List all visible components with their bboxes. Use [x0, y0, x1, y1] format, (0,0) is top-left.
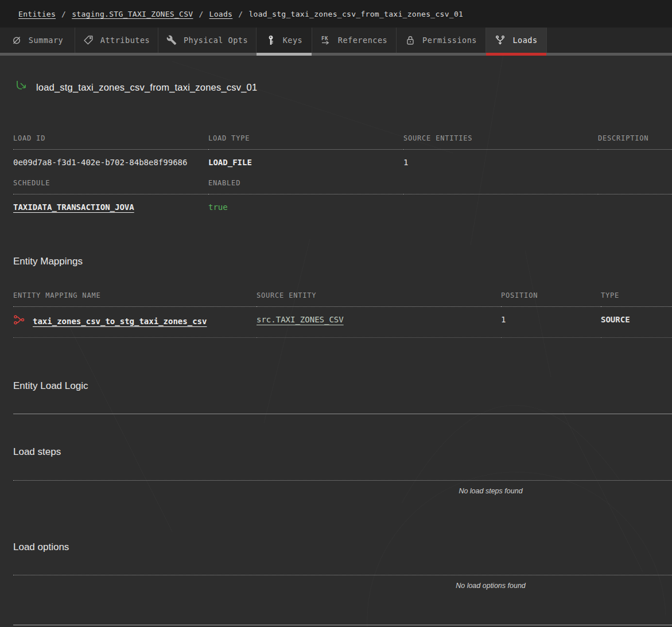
- column-header-load-id: LOAD ID: [13, 134, 208, 150]
- tab-loads[interactable]: Loads: [486, 28, 547, 53]
- source-entity-link[interactable]: src.TAXI_ZONES_CSV: [257, 315, 344, 324]
- tab-label: Attributes: [100, 36, 150, 45]
- tab-references[interactable]: FK References: [312, 28, 397, 53]
- divider: [13, 625, 672, 625]
- tab-permissions[interactable]: Permissions: [397, 28, 486, 53]
- empty-cell: [403, 194, 598, 212]
- column-header-type: TYPE: [601, 291, 672, 307]
- breadcrumb-separator: /: [238, 10, 243, 18]
- column-header-source-entities: SOURCE ENTITIES: [403, 134, 598, 150]
- tab-physical-opts[interactable]: Physical Opts: [158, 28, 257, 53]
- load-arrow-icon: [13, 79, 29, 96]
- load-options-empty-message: No load options found: [310, 582, 671, 591]
- attributes-icon: [83, 35, 94, 45]
- section-title-load-steps: Load steps: [13, 446, 672, 458]
- svg-text:FK: FK: [321, 36, 328, 41]
- table-row-mapping-name: taxi_zones_csv_to_stg_taxi_zones_csv: [13, 307, 257, 338]
- schedule-info-table: SCHEDULE ENABLED TAXIDATA_TRANSACTION_JO…: [13, 179, 672, 212]
- schedule-link[interactable]: TAXIDATA_TRANSACTION_JOVA: [13, 202, 134, 212]
- breadcrumb-link-entity[interactable]: staging.STG_TAXI_ZONES_CSV: [72, 10, 193, 18]
- section-title-entity-mappings: Entity Mappings: [13, 256, 672, 267]
- description-value: [598, 150, 672, 168]
- tab-label: Permissions: [422, 36, 477, 45]
- section-title-entity-load-logic: Entity Load Logic: [13, 380, 672, 392]
- divider: [13, 575, 672, 575]
- load-steps-empty-message: No load steps found: [310, 487, 671, 496]
- column-header-entity-mapping-name: ENTITY MAPPING NAME: [13, 291, 257, 307]
- keys-icon: [266, 35, 276, 45]
- load-id-value: 0e09d7a8-f3d1-402e-b702-84b8e8f99686: [13, 150, 208, 168]
- entity-mapping-name-link[interactable]: taxi_zones_csv_to_stg_taxi_zones_csv: [33, 316, 207, 326]
- tab-label: Keys: [283, 36, 303, 45]
- enabled-value: true: [208, 194, 403, 212]
- tab-attributes[interactable]: Attributes: [75, 28, 158, 53]
- tab-label: References: [338, 36, 387, 45]
- breadcrumb: Entities / staging.STG_TAXI_ZONES_CSV / …: [0, 0, 672, 28]
- column-header-load-type: LOAD TYPE: [208, 134, 403, 150]
- empty-cell: [598, 194, 672, 212]
- column-header-empty: [598, 179, 672, 194]
- column-header-position: POSITION: [501, 291, 601, 307]
- references-icon: FK: [321, 35, 331, 45]
- breadcrumb-link-entities[interactable]: Entities: [18, 10, 56, 18]
- breadcrumb-separator: /: [199, 10, 203, 18]
- permissions-icon: [405, 35, 415, 45]
- table-row-type: SOURCE: [601, 307, 672, 338]
- tab-summary[interactable]: Summary: [0, 28, 75, 53]
- entity-mappings-table: ENTITY MAPPING NAME SOURCE ENTITY POSITI…: [13, 291, 672, 338]
- load-info-table: LOAD ID LOAD TYPE SOURCE ENTITIES DESCRI…: [13, 134, 672, 168]
- table-row-position: 1: [501, 307, 601, 338]
- tab-keys[interactable]: Keys: [257, 28, 312, 53]
- physical-opts-icon: [166, 35, 177, 45]
- breadcrumb-link-loads[interactable]: Loads: [209, 10, 233, 18]
- entity-mapping-icon: [13, 314, 25, 328]
- column-header-description: DESCRIPTION: [598, 134, 672, 150]
- load-type-value: LOAD_FILE: [208, 150, 403, 168]
- tab-label: Loads: [512, 36, 537, 45]
- source-entities-value: 1: [403, 150, 598, 168]
- column-header-schedule: SCHEDULE: [13, 179, 208, 194]
- column-header-empty: [403, 179, 598, 194]
- tab-scrollbar-track[interactable]: [0, 53, 672, 56]
- tab-label: Summary: [29, 36, 63, 45]
- column-header-source-entity: SOURCE ENTITY: [257, 291, 501, 307]
- divider: [13, 480, 672, 481]
- column-header-enabled: ENABLED: [208, 179, 403, 194]
- load-detail-panel: load_stg_taxi_zones_csv_from_taxi_zones_…: [0, 56, 672, 627]
- breadcrumb-separator: /: [61, 10, 66, 18]
- page-title: load_stg_taxi_zones_csv_from_taxi_zones_…: [36, 82, 257, 93]
- tab-bar: Summary Attributes Physical Opts Ke: [0, 28, 672, 56]
- loads-icon: [495, 35, 506, 46]
- load-title-row: load_stg_taxi_zones_csv_from_taxi_zones_…: [13, 79, 672, 96]
- summary-icon: [11, 35, 22, 45]
- table-row-source-entity: src.TAXI_ZONES_CSV: [257, 307, 501, 338]
- section-title-load-options: Load options: [13, 542, 672, 553]
- tab-label: Physical Opts: [184, 36, 248, 45]
- divider: [13, 414, 672, 414]
- breadcrumb-current: load_stg_taxi_zones_csv_from_taxi_zones_…: [248, 10, 463, 18]
